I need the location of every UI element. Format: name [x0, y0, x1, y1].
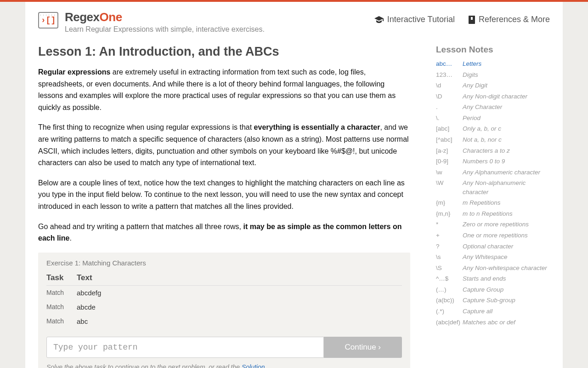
notes-table: abc…Letters123…Digits\dAny Digit\DAny No…	[436, 58, 550, 328]
task-cell: Match	[46, 285, 77, 300]
note-row[interactable]: (abc|def)Matches abc or def	[436, 317, 550, 328]
note-row[interactable]: \DAny Non-digit character	[436, 91, 550, 102]
note-row[interactable]: *Zero or more repetitions	[436, 219, 550, 230]
lesson-content: Lesson 1: An Introduction, and the ABCs …	[38, 45, 410, 368]
note-symbol: \W	[436, 178, 463, 197]
note-symbol: [abc]	[436, 123, 463, 134]
task-cell: Match	[46, 300, 77, 314]
note-description: One or more repetitions	[463, 230, 550, 241]
note-symbol: *	[436, 219, 463, 230]
sidebar-title: Lesson Notes	[436, 45, 550, 55]
note-row[interactable]: \dAny Digit	[436, 80, 550, 91]
col-text: Text	[77, 270, 402, 286]
note-description: Characters a to z	[463, 145, 550, 156]
note-symbol: (a(bc))	[436, 295, 463, 306]
note-symbol: \s	[436, 252, 463, 263]
note-row[interactable]: \wAny Alphanumeric character	[436, 167, 550, 178]
note-description: Any Alphanumeric character	[463, 167, 550, 178]
continue-button[interactable]: Continue ›	[324, 337, 402, 358]
nav-tutorial-label: Interactive Tutorial	[387, 15, 455, 24]
note-symbol: [a-z]	[436, 145, 463, 156]
note-row[interactable]: abc…Letters	[436, 58, 550, 69]
paragraph-1-lead: Regular expressions	[38, 68, 110, 76]
note-symbol: \d	[436, 80, 463, 91]
note-symbol: ?	[436, 241, 463, 252]
note-description: Capture all	[463, 306, 550, 317]
site-subtitle: Learn Regular Expressions with simple, i…	[65, 25, 265, 34]
table-row: Matchabc	[46, 314, 402, 328]
note-description: Digits	[463, 69, 550, 80]
exercise-title: Exercise 1: Matching Characters	[46, 259, 402, 267]
note-description: Numbers 0 to 9	[463, 156, 550, 167]
logo-text: RegexOne Learn Regular Expressions with …	[65, 10, 265, 34]
note-row[interactable]: [^abc]Not a, b, nor c	[436, 134, 550, 145]
note-description: Any Digit	[463, 80, 550, 91]
note-symbol: {m,n}	[436, 208, 463, 219]
page-container: ›[] RegexOne Learn Regular Expressions w…	[25, 2, 563, 368]
note-symbol: (…)	[436, 284, 463, 295]
note-row[interactable]: {m,n}m to n Repetitions	[436, 208, 550, 219]
note-symbol: (.*)	[436, 306, 463, 317]
note-row[interactable]: ^…$Starts and ends	[436, 273, 550, 284]
note-description: m Repetitions	[463, 197, 550, 208]
hint-b: .	[265, 363, 267, 368]
note-row[interactable]: ?Optional character	[436, 241, 550, 252]
note-row[interactable]: {m}m Repetitions	[436, 197, 550, 208]
note-row[interactable]: \WAny Non-alphanumeric character	[436, 178, 550, 197]
nav-references[interactable]: References & More	[469, 15, 550, 24]
note-symbol: abc…	[436, 58, 463, 69]
note-row[interactable]: 123…Digits	[436, 69, 550, 80]
note-description: Period	[463, 113, 550, 124]
paragraph-4c: .	[69, 234, 71, 242]
svg-rect-1	[471, 17, 473, 20]
hint-text: Solve the above task to continue on to t…	[46, 363, 402, 368]
note-row[interactable]: (…)Capture Group	[436, 284, 550, 295]
site-title-part2: One	[100, 10, 122, 24]
text-cell: abcdefg	[77, 285, 402, 300]
nav-references-label: References & More	[479, 15, 550, 24]
header-nav: Interactive Tutorial References & More	[374, 10, 550, 24]
paragraph-2a: The first thing to recognize when using …	[38, 123, 254, 131]
logo-block[interactable]: ›[] RegexOne Learn Regular Expressions w…	[38, 10, 265, 34]
note-description: Zero or more repetitions	[463, 219, 550, 230]
note-row[interactable]: (.*)Capture all	[436, 306, 550, 317]
note-row[interactable]: +One or more repetitions	[436, 230, 550, 241]
lesson-title: Lesson 1: An Introduction, and the ABCs	[38, 45, 410, 59]
exercise-box: Exercise 1: Matching Characters Task Tex…	[38, 253, 410, 368]
note-row[interactable]: [0-9]Numbers 0 to 9	[436, 156, 550, 167]
note-row[interactable]: (a(bc))Capture Sub-group	[436, 295, 550, 306]
text-cell: abc	[77, 314, 402, 328]
site-title: RegexOne	[65, 10, 265, 24]
note-description: Any Non-alphanumeric character	[463, 178, 550, 197]
note-row[interactable]: \SAny Non-whitespace character	[436, 263, 550, 274]
site-title-part1: Regex	[65, 10, 100, 24]
text-cell: abcde	[77, 300, 402, 314]
note-description: Only a, b, or c	[463, 123, 550, 134]
nav-tutorial[interactable]: Interactive Tutorial	[374, 15, 455, 24]
note-row[interactable]: .Any Character	[436, 102, 550, 113]
table-row: Matchabcde	[46, 300, 402, 314]
note-symbol: \w	[436, 167, 463, 178]
note-row[interactable]: [abc]Only a, b, or c	[436, 123, 550, 134]
task-cell: Match	[46, 314, 77, 328]
note-row[interactable]: \sAny Whitespace	[436, 252, 550, 263]
pattern-input[interactable]	[46, 337, 324, 358]
paragraph-3: Below are a couple lines of text, notice…	[38, 177, 410, 213]
paragraph-4: Go ahead and try writing a pattern that …	[38, 221, 410, 244]
note-description: m to n Repetitions	[463, 208, 550, 219]
note-description: Letters	[463, 58, 550, 69]
solution-link[interactable]: Solution	[242, 363, 265, 368]
table-row: Matchabcdefg	[46, 285, 402, 300]
main: Lesson 1: An Introduction, and the ABCs …	[25, 34, 563, 368]
header: ›[] RegexOne Learn Regular Expressions w…	[25, 2, 563, 34]
graduation-cap-icon	[374, 16, 384, 23]
sidebar: Lesson Notes abc…Letters123…Digits\dAny …	[436, 45, 550, 328]
col-task: Task	[46, 270, 77, 286]
note-description: Any Non-digit character	[463, 91, 550, 102]
note-row[interactable]: [a-z]Characters a to z	[436, 145, 550, 156]
note-row[interactable]: \.Period	[436, 113, 550, 124]
note-symbol: ^…$	[436, 273, 463, 284]
note-symbol: +	[436, 230, 463, 241]
note-description: Not a, b, nor c	[463, 134, 550, 145]
note-symbol: [^abc]	[436, 134, 463, 145]
